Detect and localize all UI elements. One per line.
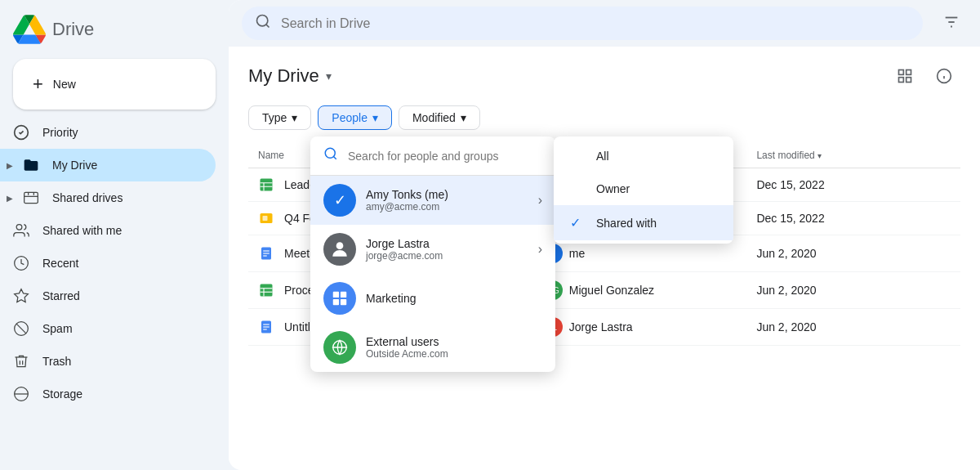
plus-icon: + (33, 74, 43, 95)
svg-rect-13 (899, 70, 904, 75)
owner-cell: A me (543, 244, 737, 263)
person-item-jorge[interactable]: Jorge Lastra jorge@acme.com › (310, 225, 555, 274)
drive-header: My Drive ▾ (248, 60, 960, 92)
svg-rect-16 (906, 78, 911, 83)
sidebar-item-my-drive-label: My Drive (52, 159, 97, 172)
search-icon (255, 13, 271, 34)
person-item-external[interactable]: External users Outside Acme.com (310, 323, 555, 372)
marketing-info: Marketing (366, 292, 542, 305)
svg-rect-1 (24, 192, 38, 203)
col-modified[interactable]: Last modified ▾ (746, 143, 960, 168)
external-subtitle: Outside Acme.com (366, 348, 542, 360)
filter-people-label: People (332, 111, 368, 124)
file-owner: me (569, 247, 585, 260)
marketing-name: Marketing (366, 292, 542, 305)
submenu-shared-with-label: Shared with (596, 217, 657, 230)
new-button[interactable]: + New (13, 59, 216, 110)
svg-rect-41 (333, 292, 339, 298)
amy-email: amy@acme.com (366, 201, 528, 213)
file-modified: Jun 2, 2020 (756, 247, 816, 260)
top-header (229, 0, 980, 47)
sidebar-item-shared-drives[interactable]: ▶ Shared drives (0, 181, 216, 214)
sidebar-item-shared-with-me[interactable]: Shared with me (0, 214, 216, 247)
jorge-avatar (323, 233, 356, 266)
filter-type-label: Type (262, 111, 287, 124)
filter-modified-label: Modified (412, 111, 456, 124)
shared-with-me-icon (13, 222, 29, 239)
file-icon-doc (258, 245, 274, 262)
sidebar-item-recent-label: Recent (42, 257, 78, 270)
amy-name: Amy Tonks (me) (366, 188, 528, 201)
file-icon-sheet (258, 177, 274, 193)
amy-chevron-icon: › (538, 193, 542, 208)
sidebar-item-recent[interactable]: Recent (0, 247, 216, 280)
sidebar-item-priority[interactable]: Priority (0, 116, 216, 149)
submenu-owner-label: Owner (596, 182, 630, 195)
people-dropdown: ✓ Amy Tonks (me) amy@acme.com › Jorge La… (310, 137, 555, 372)
external-info: External users Outside Acme.com (366, 335, 542, 360)
external-name: External users (366, 335, 542, 348)
drive-area: My Drive ▾ (229, 47, 980, 470)
search-bar[interactable] (242, 7, 923, 40)
people-search-icon (323, 146, 338, 165)
svg-rect-44 (341, 299, 346, 305)
grid-view-button[interactable] (889, 60, 921, 92)
submenu-all-label: All (596, 150, 609, 163)
trash-icon (13, 353, 29, 369)
sidebar-item-storage-label: Storage (42, 387, 82, 401)
filter-type-arrow: ▾ (292, 111, 297, 124)
drive-title: My Drive (248, 65, 319, 87)
svg-point-8 (257, 16, 268, 26)
filter-people-chip[interactable]: People ▾ (318, 105, 392, 130)
person-item-amy[interactable]: ✓ Amy Tonks (me) amy@acme.com › (310, 176, 555, 225)
person-item-marketing[interactable]: Marketing (310, 274, 555, 323)
sidebar: Drive + New Priority ▶ My Drive ▶ (0, 0, 229, 470)
submenu-item-all[interactable]: All (554, 140, 733, 172)
jorge-info: Jorge Lastra jorge@acme.com (366, 237, 528, 262)
file-modified: Jun 2, 2020 (756, 284, 816, 297)
info-button[interactable] (928, 60, 960, 92)
people-search-area (310, 137, 555, 176)
sidebar-item-trash-label: Trash (42, 355, 71, 368)
jorge-email: jorge@acme.com (366, 250, 528, 262)
svg-rect-30 (261, 284, 273, 297)
submenu-item-owner[interactable]: Owner (554, 172, 733, 205)
amy-check-badge: ✓ (323, 184, 356, 217)
sidebar-item-starred[interactable]: Starred (0, 280, 216, 312)
sidebar-item-priority-label: Priority (42, 126, 78, 139)
filter-options-button[interactable] (936, 7, 967, 40)
main-content: My Drive ▾ (229, 0, 980, 470)
svg-point-3 (16, 225, 22, 231)
external-avatar (323, 331, 356, 364)
filter-modified-arrow: ▾ (461, 111, 466, 124)
sidebar-item-trash[interactable]: Trash (0, 345, 216, 378)
drive-title-dropdown-icon[interactable]: ▾ (326, 69, 332, 83)
people-search-input[interactable] (348, 150, 542, 163)
drive-title-area: My Drive ▾ (248, 65, 332, 87)
logo-area: Drive (0, 7, 229, 59)
search-input[interactable] (281, 16, 910, 31)
svg-rect-43 (333, 299, 339, 305)
google-drive-logo-icon (13, 13, 46, 46)
amy-info: Amy Tonks (me) amy@acme.com (366, 188, 528, 213)
shared-with-check-icon: ✓ (570, 215, 586, 231)
filter-type-chip[interactable]: Type ▾ (248, 105, 311, 130)
marketing-avatar (323, 282, 356, 315)
recent-icon (13, 255, 29, 271)
sidebar-item-my-drive[interactable]: ▶ My Drive (0, 149, 216, 181)
drive-actions (889, 60, 960, 92)
submenu-item-shared-with[interactable]: ✓ Shared with (554, 205, 733, 240)
svg-rect-14 (906, 70, 911, 75)
sidebar-item-storage[interactable]: Storage (0, 378, 216, 410)
owner-cell: MG Miguel Gonzalez (543, 280, 737, 300)
file-icon-sheet2 (258, 282, 274, 298)
filter-modified-chip[interactable]: Modified ▾ (399, 105, 480, 130)
file-owner: Miguel Gonzalez (569, 284, 654, 297)
svg-rect-42 (341, 292, 346, 298)
sidebar-item-spam[interactable]: Spam (0, 312, 216, 345)
owner-cell: JL Jorge Lastra (543, 317, 737, 337)
file-icon-doc2 (258, 319, 274, 335)
svg-line-39 (333, 156, 336, 159)
svg-line-9 (266, 25, 270, 28)
shared-drives-expand-icon: ▶ (3, 191, 16, 204)
